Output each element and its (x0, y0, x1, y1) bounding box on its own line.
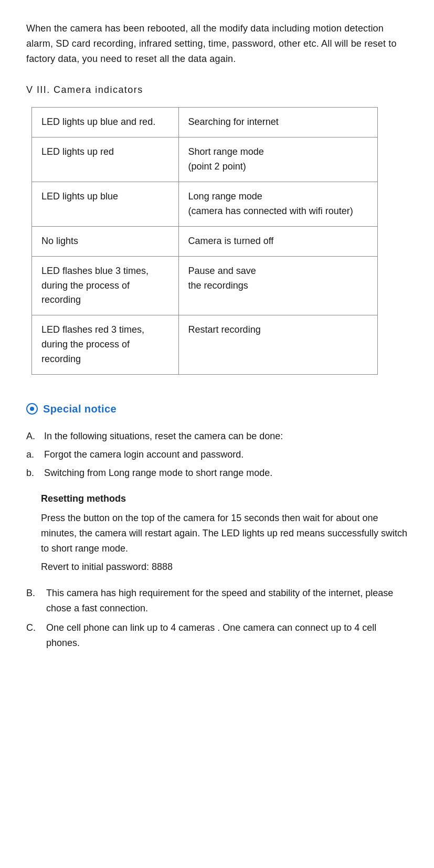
table-row: LED flashes blue 3 times, during the pro… (32, 256, 378, 315)
lower-list: B.This camera has high requirement for t… (26, 586, 408, 650)
sub-text: Forgot the camera login account and pass… (44, 447, 244, 462)
special-notice-section: Special notice A. In the following situa… (26, 401, 408, 651)
lower-text: One cell phone can link up to 4 cameras … (46, 620, 408, 651)
meaning-cell: Short range mode (point 2 point) (178, 137, 377, 182)
table-row: LED flashes red 3 times, during the proc… (32, 315, 378, 375)
intro-paragraph: When the camera has been rebooted, all t… (26, 21, 408, 66)
resetting-password: Revert to initial password: 8888 (41, 559, 408, 575)
lower-text: This camera has high requirement for the… (46, 586, 408, 616)
lower-label: C. (26, 620, 43, 636)
resetting-body: Press the button on the top of the camer… (41, 511, 408, 556)
special-notice-title: Special notice (43, 401, 117, 417)
sub-label: b. (26, 465, 41, 481)
lower-list-item: B.This camera has high requirement for t… (26, 586, 408, 616)
radio-icon (26, 403, 38, 415)
indicators-table: LED lights up blue and red.Searching for… (31, 107, 378, 375)
intro-text: In the following situations, reset the c… (44, 429, 283, 444)
table-row: LED lights up redShort range mode (point… (32, 137, 378, 182)
meaning-cell: Camera is turned off (178, 226, 377, 256)
indicator-cell: LED lights up blue (32, 182, 179, 226)
indicator-cell: LED lights up red (32, 137, 179, 182)
meaning-cell: Long range mode (camera has connected wi… (178, 182, 377, 226)
lower-list-item: C.One cell phone can link up to 4 camera… (26, 620, 408, 651)
meaning-cell: Restart recording (178, 315, 377, 375)
indicator-cell: LED lights up blue and red. (32, 108, 179, 137)
table-row: LED lights up blue and red.Searching for… (32, 108, 378, 137)
table-row: No lightsCamera is turned off (32, 226, 378, 256)
sub-label: a. (26, 447, 41, 462)
sub-list-item: b.Switching from Long range mode to shor… (26, 465, 408, 481)
indicator-cell: LED flashes blue 3 times, during the pro… (32, 256, 179, 315)
intro-list: A. In the following situations, reset th… (26, 429, 408, 480)
resetting-section: Resetting methods Press the button on th… (26, 492, 408, 574)
sub-text: Switching from Long range mode to short … (44, 465, 272, 481)
table-row: LED lights up blueLong range mode (camer… (32, 182, 378, 226)
resetting-title: Resetting methods (41, 492, 408, 506)
meaning-cell: Searching for internet (178, 108, 377, 137)
radio-inner (30, 407, 34, 411)
sub-list-item: a.Forgot the camera login account and pa… (26, 447, 408, 462)
section-title: V III. Camera indicators (26, 83, 408, 98)
meaning-cell: Pause and save the recordings (178, 256, 377, 315)
indicator-cell: LED flashes red 3 times, during the proc… (32, 315, 179, 375)
indicator-cell: No lights (32, 226, 179, 256)
special-notice-header: Special notice (26, 401, 408, 417)
intro-label: A. (26, 429, 41, 444)
intro-list-item: A. In the following situations, reset th… (26, 429, 408, 444)
lower-label: B. (26, 586, 43, 601)
